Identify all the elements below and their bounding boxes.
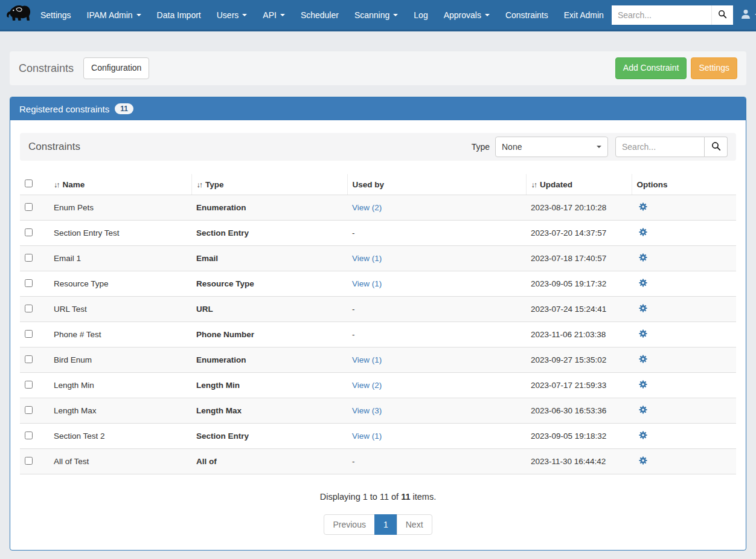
column-label: Name [63,180,85,189]
column-header-name[interactable]: ↓↑Name [49,174,191,195]
table-row: All of Test All of - 2023-11-30 16:44:42 [20,449,736,474]
row-checkbox-cell [20,297,49,322]
navbar-search-button[interactable] [711,5,733,25]
gear-icon[interactable] [639,456,647,465]
nav-item-settings[interactable]: Settings [33,0,79,30]
nav-item-scheduler[interactable]: Scheduler [293,0,347,30]
configuration-button[interactable]: Configuration [83,57,149,79]
count-badge: 11 [115,103,133,114]
used-by-cell: View (1) [347,424,526,449]
constraint-name: Email 1 [49,246,191,271]
gear-icon[interactable] [639,380,647,389]
gear-icon[interactable] [639,329,647,338]
filter-search-button[interactable] [705,137,728,157]
used-by-cell: View (3) [347,398,526,424]
navbar-search-input[interactable] [612,5,711,25]
gear-icon[interactable] [639,304,647,312]
row-checkbox[interactable] [25,355,33,363]
row-checkbox-cell [20,221,49,246]
gear-icon[interactable] [639,406,647,414]
type-select[interactable]: None [495,137,608,157]
pagination-next[interactable]: Next [397,514,432,535]
column-header-used-by: Used by [347,174,526,195]
used-by-view-link[interactable]: View (1) [352,355,382,364]
filter-bar: Constraints Type None [20,133,736,161]
sort-icon: ↓↑ [197,181,202,189]
add-constraint-button[interactable]: Add Constraint [615,57,687,79]
page-title: Constraints [19,62,74,75]
nav-item-approvals[interactable]: Approvals [436,0,498,30]
navbar-search-group [612,5,733,25]
select-all-checkbox[interactable] [25,179,33,187]
used-by-view-link[interactable]: View (1) [352,254,382,263]
brand-logo[interactable] [6,0,33,30]
used-by-empty: - [352,228,355,237]
nav-item-scanning[interactable]: Scanning [347,0,406,30]
column-label: Type [205,180,224,189]
constraint-name: Phone # Test [49,322,191,347]
row-checkbox-cell [20,347,49,373]
constraint-name: Resource Type [49,271,191,297]
used-by-view-link[interactable]: View (3) [352,406,382,415]
nav-item-constraints[interactable]: Constraints [498,0,556,30]
pagination-page-1[interactable]: 1 [374,514,397,535]
row-checkbox[interactable] [25,203,33,211]
gear-icon[interactable] [639,228,647,236]
user-menu[interactable] [733,8,756,22]
used-by-view-link[interactable]: View (1) [352,279,382,288]
column-header-updated[interactable]: ↓↑Updated [526,174,632,195]
filter-search-group [615,137,728,157]
options-cell [632,449,736,474]
row-checkbox[interactable] [25,431,33,439]
constraint-type: Section Entry [191,221,347,246]
settings-button[interactable]: Settings [691,57,737,79]
row-checkbox[interactable] [25,406,33,414]
used-by-view-link[interactable]: View (2) [352,203,382,212]
top-navbar: SettingsIPAM AdminData ImportUsersAPISch… [0,0,756,31]
nav-item-data-import[interactable]: Data Import [149,0,209,30]
row-checkbox[interactable] [25,279,33,287]
nav-item-label: Users [217,10,239,20]
row-checkbox-cell [20,322,49,347]
nav-item-ipam-admin[interactable]: IPAM Admin [79,0,149,30]
row-checkbox[interactable] [25,305,33,312]
nav-item-api[interactable]: API [255,0,293,30]
table-row: Phone # Test Phone Number - 2023-11-06 2… [20,322,736,347]
gear-icon[interactable] [639,279,647,287]
gear-icon[interactable] [639,431,647,439]
used-by-cell: View (1) [347,347,526,373]
nav-item-label: Settings [40,10,71,20]
constraint-type: Phone Number [191,322,347,347]
nav-item-label: Data Import [157,10,201,20]
row-checkbox-cell [20,373,49,398]
user-icon [740,8,751,22]
nav-item-log[interactable]: Log [406,0,435,30]
gear-icon[interactable] [639,202,647,211]
table-row: Section Test 2 Section Entry View (1) 20… [20,424,736,449]
used-by-view-link[interactable]: View (2) [352,381,382,390]
nav-item-users[interactable]: Users [209,0,255,30]
table-row: URL Test URL - 2023-07-24 15:24:41 [20,297,736,322]
options-cell [632,246,736,271]
constraints-table: ↓↑Name ↓↑Type Used by ↓↑Updated Options … [20,174,736,474]
pagination-previous[interactable]: Previous [324,514,374,535]
row-checkbox-cell [20,246,49,271]
row-checkbox[interactable] [25,228,33,236]
gear-icon[interactable] [639,355,647,363]
constraint-name: Bird Enum [49,347,191,373]
row-checkbox[interactable] [25,254,33,262]
constraint-name: Length Max [49,398,191,424]
gear-icon[interactable] [639,253,647,262]
constraint-type: URL [191,297,347,322]
constraint-updated: 2023-07-17 21:59:33 [526,373,632,398]
items-summary: Displaying 1 to 11 of 11 items. [10,492,746,502]
nav-item-exit-admin[interactable]: Exit Admin [556,0,612,30]
row-checkbox[interactable] [25,330,33,338]
options-cell [632,271,736,297]
row-checkbox[interactable] [25,381,33,389]
filter-search-input[interactable] [615,137,705,157]
constraint-name: Section Entry Test [49,221,191,246]
row-checkbox[interactable] [25,457,33,465]
used-by-view-link[interactable]: View (1) [352,431,382,441]
column-header-type[interactable]: ↓↑Type [191,174,347,195]
